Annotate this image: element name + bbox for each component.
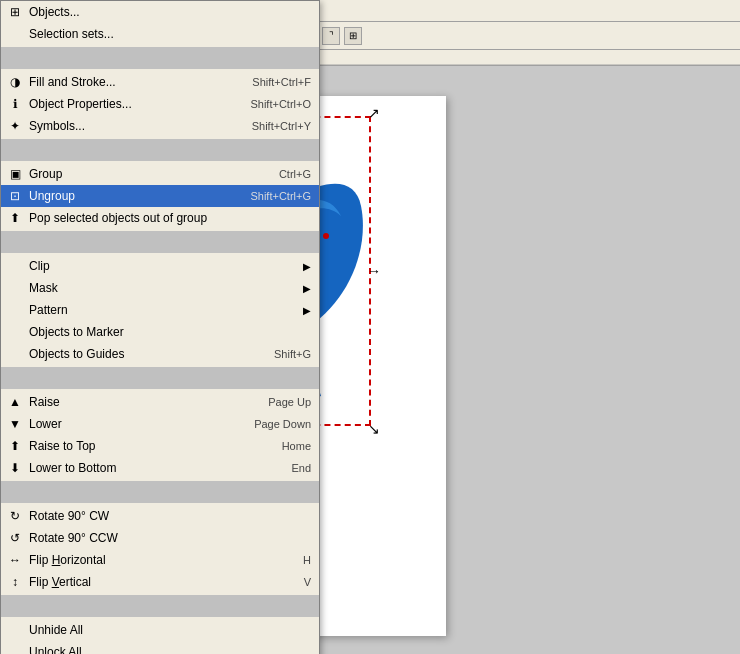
object-menu: ⊞ Objects... Selection sets... ◑ Fill an…	[0, 0, 320, 654]
menu-rotate-cw[interactable]: ↻ Rotate 90° CW	[1, 505, 319, 527]
raise-top-icon: ⬆	[5, 439, 25, 453]
rotate-ccw-icon: ↺	[5, 531, 25, 545]
menu-ungroup[interactable]: ⊡ Ungroup Shift+Ctrl+G	[1, 185, 319, 207]
menu-unhide-all[interactable]: Unhide All	[1, 619, 319, 641]
lower-icon: ▼	[5, 417, 25, 431]
objects-icon: ⊞	[5, 5, 25, 19]
menu-raise-top[interactable]: ⬆ Raise to Top Home	[1, 435, 319, 457]
sep1	[1, 47, 319, 69]
menu-lower[interactable]: ▼ Lower Page Down	[1, 413, 319, 435]
pop-group-icon: ⬆	[5, 211, 25, 225]
menu-pop-group[interactable]: ⬆ Pop selected objects out of group	[1, 207, 319, 229]
ungroup-icon: ⊡	[5, 189, 25, 203]
sep4	[1, 367, 319, 389]
menu-objects[interactable]: ⊞ Objects...	[1, 1, 319, 23]
sep2	[1, 139, 319, 161]
menu-group[interactable]: ▣ Group Ctrl+G	[1, 163, 319, 185]
menu-selection-sets[interactable]: Selection sets...	[1, 23, 319, 45]
menu-symbols[interactable]: ✦ Symbols... Shift+Ctrl+Y	[1, 115, 319, 137]
menu-objects-to-marker[interactable]: Objects to Marker	[1, 321, 319, 343]
menu-raise[interactable]: ▲ Raise Page Up	[1, 391, 319, 413]
menu-flip-v[interactable]: ↕ Flip Vertical V	[1, 571, 319, 593]
sep6	[1, 595, 319, 617]
menu-flip-h[interactable]: ↔ Flip Horizontal H	[1, 549, 319, 571]
menu-pattern[interactable]: Pattern ▶	[1, 299, 319, 321]
menu-unlock-all[interactable]: Unlock All	[1, 641, 319, 654]
raise-icon: ▲	[5, 395, 25, 409]
menu-mask[interactable]: Mask ▶	[1, 277, 319, 299]
menu-rotate-ccw[interactable]: ↺ Rotate 90° CCW	[1, 527, 319, 549]
group-icon: ▣	[5, 167, 25, 181]
sep3	[1, 231, 319, 253]
menu-clip[interactable]: Clip ▶	[1, 255, 319, 277]
align-extra-btn[interactable]: ⊞	[344, 27, 362, 45]
svg-point-60	[323, 233, 329, 239]
fill-stroke-icon: ◑	[5, 75, 25, 89]
symbols-icon: ✦	[5, 119, 25, 133]
menu-object-properties[interactable]: ℹ Object Properties... Shift+Ctrl+O	[1, 93, 319, 115]
align-tr-btn[interactable]: ⌝	[322, 27, 340, 45]
menu-fill-stroke[interactable]: ◑ Fill and Stroke... Shift+Ctrl+F	[1, 71, 319, 93]
menu-objects-to-guides[interactable]: Objects to Guides Shift+G	[1, 343, 319, 365]
menu-lower-bottom[interactable]: ⬇ Lower to Bottom End	[1, 457, 319, 479]
sep5	[1, 481, 319, 503]
rotate-cw-icon: ↻	[5, 509, 25, 523]
lower-bottom-icon: ⬇	[5, 461, 25, 475]
flip-v-icon: ↕	[5, 575, 25, 589]
obj-props-icon: ℹ	[5, 97, 25, 111]
flip-h-icon: ↔	[5, 553, 25, 567]
